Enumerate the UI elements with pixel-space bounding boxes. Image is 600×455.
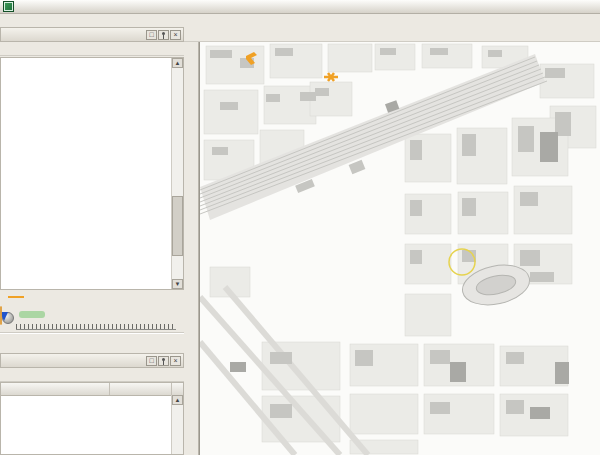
scroll-thumb[interactable] (172, 196, 183, 256)
close-panel-button[interactable]: × (170, 30, 181, 40)
map-edit-toolbar (184, 42, 199, 455)
left-panel: ▲ ▼ □ × ▲ (0, 42, 184, 455)
splices-legend (0, 290, 184, 304)
app-icon (3, 1, 14, 12)
table-header (1, 383, 183, 396)
restore-panel-button[interactable]: □ (146, 356, 157, 366)
close-panel-button[interactable]: × (170, 356, 181, 366)
layers-toolbar (0, 42, 184, 56)
map-view[interactable] (199, 42, 600, 455)
resources-panel-header: □ × (0, 353, 184, 368)
main-toolbar (184, 26, 600, 42)
scale-highlight-range[interactable] (0, 306, 2, 325)
resources-table: ▲ (0, 382, 184, 455)
scale-track[interactable] (16, 324, 176, 330)
resources-toolbar (0, 368, 184, 382)
scale-highlight-pill (19, 311, 45, 318)
tree-scrollbar[interactable]: ▲ ▼ (171, 58, 183, 289)
restore-panel-button[interactable]: □ (146, 30, 157, 40)
scroll-up-icon[interactable]: ▲ (172, 58, 183, 68)
layers-panel-header: □ × (0, 27, 184, 42)
pin-panel-button[interactable] (158, 356, 169, 366)
panel-tabs (0, 333, 184, 351)
column-header-name[interactable] (1, 383, 110, 395)
scroll-up-icon[interactable]: ▲ (172, 395, 183, 405)
scale-slider (0, 304, 184, 333)
scroll-down-icon[interactable]: ▼ (172, 279, 183, 289)
title-bar (0, 0, 600, 14)
column-header-class[interactable] (110, 383, 172, 395)
pin-panel-button[interactable] (158, 30, 169, 40)
layers-tree: ▲ ▼ (0, 57, 184, 290)
splice-line-icon (8, 296, 24, 298)
map-city-blocks (204, 44, 596, 454)
table-scrollbar[interactable]: ▲ (171, 395, 183, 454)
